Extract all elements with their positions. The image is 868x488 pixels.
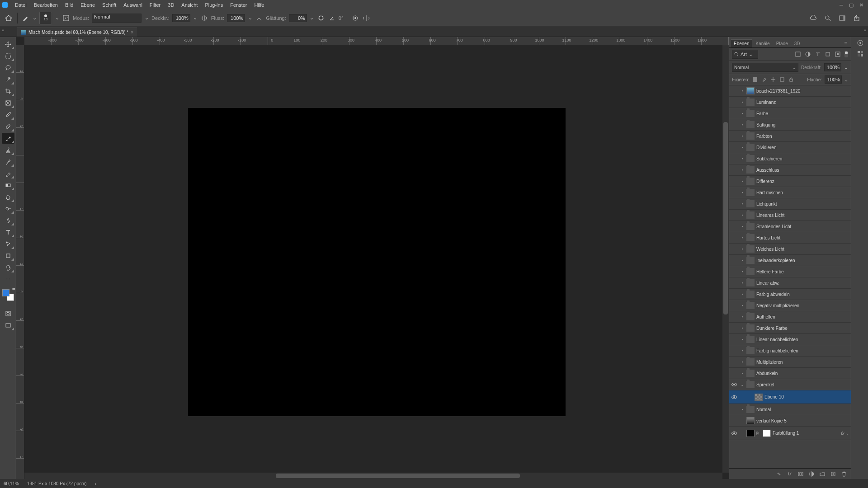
layer-name[interactable]: Differenz <box>756 179 774 184</box>
layer-row[interactable]: ⎘Farbfüllung 1fx ⌄ <box>729 427 851 440</box>
layer-row[interactable]: ›Strahlendes Licht <box>729 221 851 232</box>
layer-name[interactable]: Lichtpunkt <box>756 202 777 206</box>
chevron-down-icon[interactable]: ⌄ <box>844 77 848 82</box>
expand-icon[interactable]: › <box>740 213 745 217</box>
window-close-icon[interactable]: ✕ <box>857 2 866 8</box>
layer-name[interactable]: Farbig nachbelichten <box>756 348 798 353</box>
brush-preset-dropdown[interactable]: ⌄ <box>55 16 59 20</box>
expand-icon[interactable]: › <box>740 100 745 104</box>
flow-input[interactable] <box>227 14 245 22</box>
expand-icon[interactable]: › <box>740 156 745 161</box>
menu-hilfe[interactable]: Hilfe <box>250 1 268 9</box>
layer-name[interactable]: Luminanz <box>756 100 776 105</box>
layer-row[interactable]: ›Lichtpunkt <box>729 198 851 210</box>
opacity-dropdown[interactable]: ⌄ <box>193 16 198 20</box>
symmetry-icon[interactable] <box>362 14 370 22</box>
scrollbar-thumb-v[interactable] <box>723 122 728 314</box>
expand-icon[interactable]: › <box>740 258 745 263</box>
filter-type-icon[interactable] <box>815 51 821 57</box>
filter-adjust-icon[interactable] <box>805 51 811 57</box>
layer-name[interactable]: Linear nachbelichten <box>756 337 798 342</box>
layer-row[interactable]: ›Linear nachbelichten <box>729 334 851 345</box>
expand-icon[interactable]: › <box>740 407 745 412</box>
tab-kanaele[interactable]: Kanäle <box>753 40 772 47</box>
panel-menu-icon[interactable]: ≡ <box>843 38 849 47</box>
expand-icon[interactable]: › <box>740 348 745 353</box>
canvas-scrollbar-horizontal[interactable] <box>24 473 722 479</box>
layer-row[interactable]: ›Dividieren <box>729 142 851 153</box>
search-icon[interactable] <box>824 14 832 22</box>
document-dimensions[interactable]: 1381 Px x 1080 Px (72 ppcm) <box>27 481 87 486</box>
expand-icon[interactable]: › <box>740 179 745 183</box>
lock-position-icon[interactable] <box>770 76 776 83</box>
path-select-tool[interactable] <box>2 239 14 249</box>
layer-name[interactable]: Lineares Licht <box>756 213 784 218</box>
visibility-eye-icon[interactable] <box>731 395 737 399</box>
layer-name[interactable]: Hellere Farbe <box>756 269 784 274</box>
expand-icon[interactable]: › <box>740 281 745 285</box>
color-panel-icon[interactable] <box>857 40 863 46</box>
stamp-tool[interactable] <box>2 145 14 155</box>
layer-name[interactable]: Subtrahieren <box>756 156 782 161</box>
layer-name[interactable]: Aufhellen <box>756 314 775 319</box>
swatches-panel-icon[interactable] <box>857 51 863 57</box>
layer-name[interactable]: Normal <box>756 407 771 412</box>
mask-thumbnail[interactable] <box>763 430 771 437</box>
expand-icon[interactable]: › <box>740 303 745 308</box>
fx-icon[interactable]: fx <box>787 471 793 477</box>
brush-preview[interactable]: 13 <box>39 12 52 24</box>
marquee-tool[interactable] <box>2 51 14 61</box>
brush-tool[interactable] <box>2 133 14 144</box>
mask-icon[interactable] <box>797 471 804 477</box>
brush-panel-icon[interactable] <box>62 14 70 22</box>
menu-bearbeiten[interactable]: Bearbeiten <box>30 1 61 9</box>
foreground-color-swatch[interactable] <box>2 289 9 296</box>
expand-icon[interactable]: › <box>740 224 745 229</box>
heal-tool[interactable] <box>2 121 14 132</box>
layer-row[interactable]: ›Lineares Licht <box>729 210 851 221</box>
frame-tool[interactable] <box>2 98 14 108</box>
ruler-horizontal[interactable]: -800-700-600-500-400-300-200-10001002003… <box>24 37 729 45</box>
expand-icon[interactable]: › <box>740 292 745 296</box>
visibility-eye-icon[interactable] <box>731 432 737 435</box>
menu-ansicht[interactable]: Ansicht <box>178 1 201 9</box>
workspace-icon[interactable] <box>838 14 846 22</box>
hand-tool[interactable] <box>2 262 14 273</box>
layer-row[interactable]: ›Farbe <box>729 108 851 119</box>
filter-toggle[interactable] <box>844 51 848 57</box>
tab-close-icon[interactable]: × <box>131 30 133 35</box>
lock-pixels-icon[interactable] <box>752 76 758 83</box>
layer-thumbnail[interactable] <box>746 87 755 94</box>
fill-thumbnail[interactable] <box>746 430 755 437</box>
expand-icon[interactable]: › <box>740 235 745 240</box>
layer-name[interactable]: beach-2179361_1920 <box>756 89 800 94</box>
panel-opacity-input[interactable] <box>824 63 841 71</box>
eraser-tool[interactable] <box>2 168 14 179</box>
expand-icon[interactable]: › <box>740 314 745 319</box>
layer-name[interactable]: Farbe <box>756 111 768 116</box>
tool-preset-icon[interactable] <box>21 14 29 22</box>
layer-name[interactable]: Sprenkel <box>756 382 774 387</box>
layer-row[interactable]: ›Multiplizieren <box>729 357 851 368</box>
shape-tool[interactable] <box>2 250 14 261</box>
status-chevron-icon[interactable]: › <box>95 481 96 486</box>
layer-name[interactable]: Linear abw. <box>756 281 779 286</box>
crop-tool[interactable] <box>2 86 14 97</box>
smoothing-dropdown[interactable]: ⌄ <box>310 16 314 20</box>
fill-input[interactable] <box>825 75 842 84</box>
layer-name[interactable]: Ebene 10 <box>764 394 784 399</box>
expand-icon[interactable]: › <box>740 371 745 375</box>
panel-expand-icon[interactable]: « <box>864 28 866 33</box>
layer-list[interactable]: ›beach-2179361_1920›Luminanz›Farbe›Sätti… <box>729 85 851 468</box>
airbrush-icon[interactable] <box>255 14 263 22</box>
lock-artboard-icon[interactable] <box>779 76 785 83</box>
screen-mode-icon[interactable] <box>2 320 14 331</box>
new-layer-icon[interactable] <box>830 471 836 477</box>
expand-icon[interactable]: › <box>740 122 745 127</box>
layer-row[interactable]: ›Abdunkeln <box>729 368 851 379</box>
layer-row[interactable]: ⌄Sprenkel <box>729 379 851 390</box>
move-tool[interactable] <box>2 39 14 50</box>
layer-name[interactable]: Farbig abwedeln <box>756 292 790 297</box>
tab-ebenen[interactable]: Ebenen <box>731 39 752 47</box>
quick-mask-icon[interactable] <box>2 308 14 319</box>
